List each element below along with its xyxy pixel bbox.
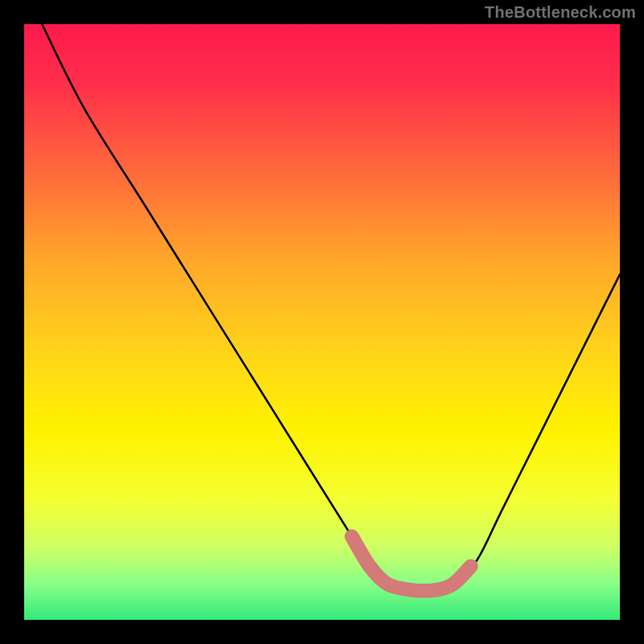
bottleneck-curve xyxy=(42,24,620,591)
plot-area xyxy=(24,24,620,620)
curve-layer xyxy=(24,24,620,620)
chart-frame: TheBottleneck.com xyxy=(0,0,644,644)
watermark-text: TheBottleneck.com xyxy=(485,3,636,22)
optimal-segment xyxy=(352,536,471,591)
